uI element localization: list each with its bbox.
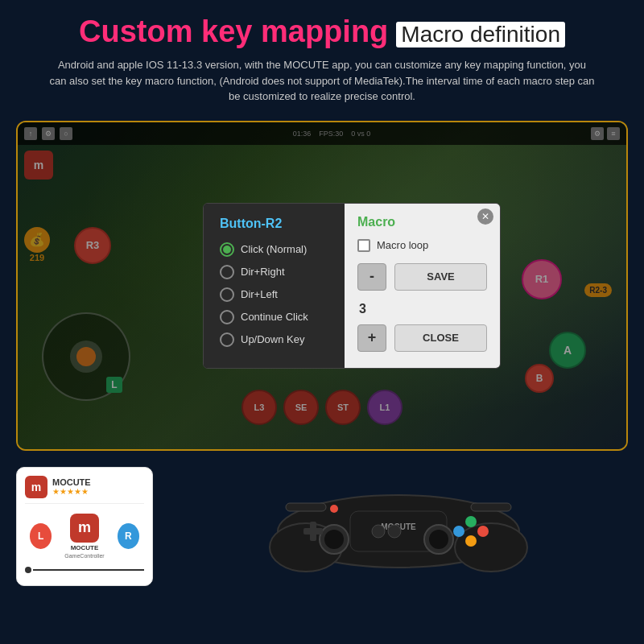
macro-number: 3 bbox=[357, 302, 487, 316]
app-stars: ★★★★★ bbox=[52, 487, 91, 496]
radio-continue-click bbox=[220, 310, 234, 324]
macro-bottom-buttons: + CLOSE bbox=[357, 324, 487, 352]
option-dir-left[interactable]: Dir+Left bbox=[220, 287, 328, 302]
title-macro: Macro definition bbox=[396, 22, 565, 47]
option-click-normal[interactable]: Click (Normal) bbox=[220, 242, 328, 257]
app-btn-l-label: L bbox=[38, 530, 43, 542]
header-section: Custom key mapping Macro definition Andr… bbox=[0, 0, 644, 114]
header-description: Android and apple IOS 11-13.3 version, w… bbox=[48, 57, 596, 105]
controller-area: MOCUTE bbox=[169, 467, 628, 580]
macro-loop-row: Macro loop bbox=[357, 239, 487, 252]
key-mapping-dialog: Button-R2 Click (Normal) Dir+Right Dir+L… bbox=[203, 203, 501, 369]
game-screen: ↑ ⚙ ○ 01:36 FPS:30 0 vs 0 ⚙ ≡ m 💰 21 bbox=[18, 122, 626, 449]
bottom-section: m MOCUTE ★★★★★ L m MOCUTE GameController… bbox=[0, 457, 644, 594]
app-logo-text: MOCUTE bbox=[71, 544, 99, 551]
macro-top-buttons: - SAVE bbox=[357, 263, 487, 291]
radio-dir-right bbox=[220, 265, 234, 279]
svg-point-5 bbox=[324, 530, 344, 549]
app-name: MOCUTE bbox=[52, 477, 91, 487]
app-divider bbox=[25, 503, 144, 504]
svg-point-10 bbox=[465, 516, 477, 527]
svg-point-19 bbox=[388, 525, 401, 538]
controller-svg: MOCUTE bbox=[262, 467, 535, 580]
dialog-left-panel: Button-R2 Click (Normal) Dir+Right Dir+L… bbox=[204, 204, 345, 368]
app-dot bbox=[25, 567, 31, 573]
svg-point-13 bbox=[465, 535, 477, 547]
app-card-header: m MOCUTE ★★★★★ bbox=[25, 476, 144, 498]
option-continue-click[interactable]: Continue Click bbox=[220, 310, 328, 324]
svg-point-18 bbox=[372, 525, 385, 538]
radio-dir-left bbox=[220, 287, 234, 302]
radio-click-normal bbox=[220, 242, 234, 257]
macro-close-button[interactable]: CLOSE bbox=[394, 324, 487, 352]
dialog-close-x[interactable]: ✕ bbox=[477, 208, 493, 225]
svg-point-16 bbox=[330, 505, 338, 513]
macro-plus-button[interactable]: + bbox=[357, 324, 386, 352]
svg-point-7 bbox=[429, 530, 448, 549]
macro-loop-checkbox[interactable] bbox=[357, 239, 370, 252]
svg-point-11 bbox=[477, 526, 489, 537]
game-container: ↑ ⚙ ○ 01:36 FPS:30 0 vs 0 ⚙ ≡ m 💰 21 bbox=[16, 121, 628, 451]
option-click-normal-label: Click (Normal) bbox=[241, 243, 307, 255]
app-icon: m bbox=[25, 476, 47, 498]
option-updown-key-label: Up/Down Key bbox=[241, 333, 304, 345]
option-dir-right-label: Dir+Right bbox=[241, 266, 285, 278]
svg-rect-15 bbox=[471, 503, 511, 511]
radio-updown-key bbox=[220, 332, 234, 347]
app-preview: L m MOCUTE GameController R bbox=[25, 509, 144, 564]
macro-title: Macro bbox=[357, 215, 487, 229]
dialog-right-panel: ✕ Macro Macro loop - SAVE 3 + CLOSE bbox=[345, 204, 500, 368]
macro-minus-button[interactable]: - bbox=[357, 263, 386, 291]
svg-rect-14 bbox=[286, 503, 326, 511]
svg-point-12 bbox=[453, 526, 464, 537]
app-line bbox=[33, 569, 144, 571]
macro-save-button[interactable]: SAVE bbox=[394, 263, 487, 291]
option-dir-left-label: Dir+Left bbox=[241, 288, 278, 300]
option-continue-click-label: Continue Click bbox=[241, 311, 308, 323]
app-dot-line bbox=[25, 567, 144, 573]
option-updown-key[interactable]: Up/Down Key bbox=[220, 332, 328, 347]
app-btn-l: L bbox=[30, 523, 52, 549]
app-logo-icon: m bbox=[70, 514, 99, 543]
header-title: Custom key mapping Macro definition bbox=[24, 14, 620, 49]
title-custom: Custom key mapping bbox=[79, 14, 388, 49]
app-btn-r-label: R bbox=[125, 530, 132, 542]
dialog-button-label: Button-R2 bbox=[220, 217, 328, 231]
app-logo-sub: GameController bbox=[64, 553, 104, 559]
svg-point-2 bbox=[455, 523, 527, 572]
macro-loop-label: Macro loop bbox=[377, 239, 428, 251]
option-dir-right[interactable]: Dir+Right bbox=[220, 265, 328, 279]
app-logo-big: m MOCUTE GameController bbox=[64, 514, 104, 559]
app-info: MOCUTE ★★★★★ bbox=[52, 477, 91, 496]
svg-rect-9 bbox=[303, 528, 323, 535]
app-btn-r: R bbox=[118, 523, 139, 549]
app-card: m MOCUTE ★★★★★ L m MOCUTE GameController… bbox=[16, 467, 153, 586]
